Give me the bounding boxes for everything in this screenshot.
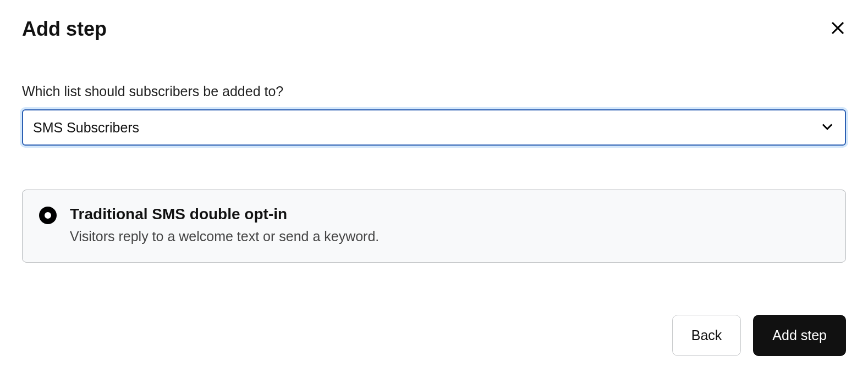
back-button[interactable]: Back (672, 315, 741, 356)
radio-selected-icon (39, 207, 57, 224)
list-select-value: SMS Subscribers (33, 120, 820, 136)
option-description: Visitors reply to a welcome text or send… (70, 229, 379, 244)
option-title: Traditional SMS double opt-in (70, 205, 379, 223)
dialog-header: Add step (22, 18, 846, 41)
dialog-footer: Back Add step (672, 315, 846, 356)
list-field-label: Which list should subscribers be added t… (22, 84, 846, 99)
add-step-button[interactable]: Add step (753, 315, 846, 356)
list-select[interactable]: SMS Subscribers (22, 109, 846, 146)
dialog-title: Add step (22, 18, 107, 41)
list-field-group: Which list should subscribers be added t… (22, 84, 846, 146)
optin-option-card[interactable]: Traditional SMS double opt-in Visitors r… (22, 190, 846, 263)
chevron-down-icon (820, 119, 835, 136)
option-text: Traditional SMS double opt-in Visitors r… (70, 205, 379, 244)
close-button[interactable] (829, 20, 846, 38)
close-icon (829, 30, 846, 38)
